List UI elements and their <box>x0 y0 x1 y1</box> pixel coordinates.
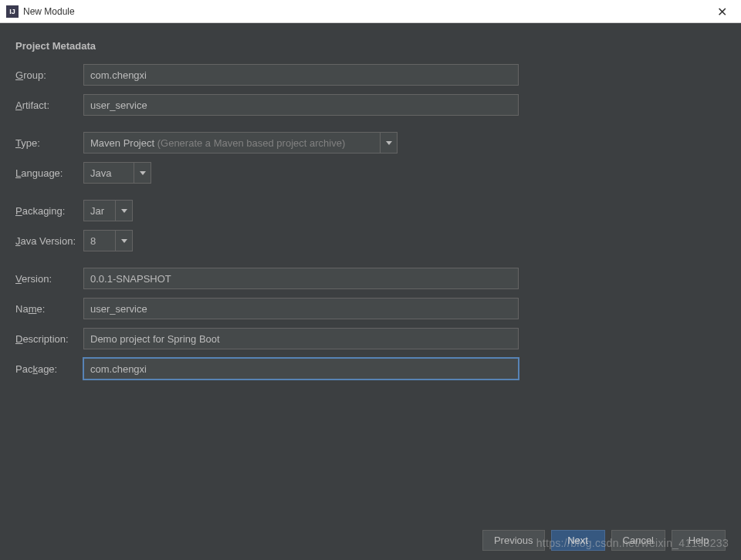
label-group: Group: <box>15 69 83 81</box>
close-icon[interactable]: ✕ <box>710 4 733 19</box>
chevron-down-icon <box>115 201 132 221</box>
packaging-select-value: Jar <box>84 205 115 217</box>
row-type: Type: Maven Project (Generate a Maven ba… <box>15 132 726 153</box>
type-select-value: Maven Project (Generate a Maven based pr… <box>84 137 380 149</box>
group-input[interactable] <box>83 64 519 86</box>
app-icon: IJ <box>6 5 19 18</box>
row-java-version: Java Version: 8 <box>15 230 726 251</box>
row-group: Group: <box>15 64 726 86</box>
packaging-select[interactable]: Jar <box>83 200 133 221</box>
row-artifact: Artifact: <box>15 94 726 116</box>
row-description: Description: <box>15 328 726 349</box>
language-select-value: Java <box>84 167 134 179</box>
label-packaging: Packaging: <box>15 205 83 217</box>
name-input[interactable] <box>83 298 519 319</box>
java-version-select[interactable]: 8 <box>83 230 133 251</box>
type-main-text: Maven Project <box>90 137 154 149</box>
row-name: Name: <box>15 298 726 319</box>
row-language: Language: Java <box>15 162 726 184</box>
chevron-down-icon <box>380 133 397 153</box>
label-name: Name: <box>15 303 83 315</box>
label-type: Type: <box>15 137 83 149</box>
type-select[interactable]: Maven Project (Generate a Maven based pr… <box>83 132 398 153</box>
label-description: Description: <box>15 333 83 345</box>
content-panel: Project Metadata Group: Artifact: Type: … <box>0 23 741 560</box>
language-select[interactable]: Java <box>83 162 151 184</box>
row-packaging: Packaging: Jar <box>15 200 726 221</box>
type-hint-text: (Generate a Maven based project archive) <box>154 137 345 149</box>
help-button[interactable]: Help <box>672 530 726 551</box>
description-input[interactable] <box>83 328 519 349</box>
cancel-button[interactable]: Cancel <box>611 530 665 551</box>
version-input[interactable] <box>83 268 519 289</box>
label-java-version: Java Version: <box>15 235 83 247</box>
section-title: Project Metadata <box>15 40 726 52</box>
label-version: Version: <box>15 273 83 285</box>
chevron-down-icon <box>134 163 151 183</box>
label-artifact: Artifact: <box>15 100 83 111</box>
row-package: Package: <box>15 358 726 380</box>
titlebar: IJ New Module ✕ <box>0 0 741 23</box>
app-icon-label: IJ <box>9 8 15 15</box>
package-input[interactable] <box>83 358 519 380</box>
button-bar: Previous Next Cancel Help <box>482 530 726 551</box>
chevron-down-icon <box>115 231 132 251</box>
artifact-input[interactable] <box>83 94 519 116</box>
java-version-value: 8 <box>84 235 115 247</box>
next-button[interactable]: Next <box>551 530 605 551</box>
previous-button[interactable]: Previous <box>482 530 545 551</box>
label-package: Package: <box>15 363 83 375</box>
row-version: Version: <box>15 268 726 289</box>
label-language: Language: <box>15 167 83 179</box>
window-title: New Module <box>23 6 75 17</box>
